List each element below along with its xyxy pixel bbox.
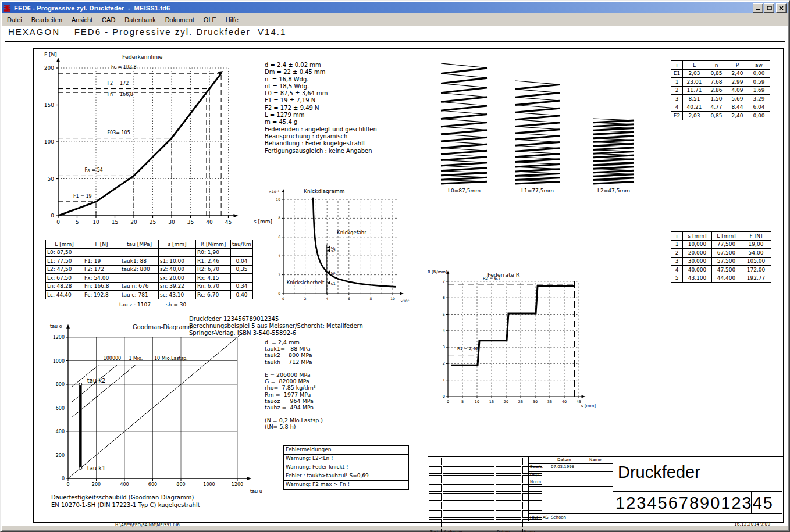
svg-text:400: 400 bbox=[120, 482, 129, 487]
tb-line bbox=[528, 463, 613, 464]
text-line: n = 16,8 Wdg. bbox=[265, 76, 377, 83]
svg-text:1000: 1000 bbox=[203, 482, 215, 487]
table-row: E22,030,852,400,00 bbox=[671, 112, 770, 120]
table-row: 123,017,682,990,59 bbox=[671, 78, 770, 87]
svg-text:L2=47,5mm: L2=47,5mm bbox=[597, 188, 630, 194]
text-line: Rm = 1977 MPa bbox=[265, 391, 323, 398]
svg-text:45: 45 bbox=[225, 219, 232, 225]
svg-text:10 Mio.Lastsp.: 10 Mio.Lastsp. bbox=[154, 356, 188, 361]
svg-text:Federrate R: Federrate R bbox=[487, 272, 520, 278]
svg-text:200: 200 bbox=[92, 482, 101, 487]
text-line: EN 10270-1-SH (DIN 17223-1 Typ C) kugelg… bbox=[51, 502, 200, 509]
svg-text:L1=77,5mm: L1=77,5mm bbox=[521, 188, 554, 194]
app-header: HEXAGON FED6 - Progressive zyl. Druckfed… bbox=[8, 27, 286, 37]
minimize-button[interactable] bbox=[753, 3, 763, 13]
table-header-row: iLnPaw bbox=[671, 61, 770, 70]
menu-item-dokument[interactable]: Dokument bbox=[161, 15, 199, 24]
svg-text:800: 800 bbox=[176, 482, 185, 487]
svg-text:Fn = 166,8: Fn = 166,8 bbox=[108, 92, 133, 97]
svg-text:F1 = 19: F1 = 19 bbox=[73, 194, 92, 199]
menu-item-cad[interactable]: CAD bbox=[97, 15, 120, 24]
tb-line bbox=[613, 491, 782, 492]
svg-text:25: 25 bbox=[518, 399, 523, 404]
text-line: Berechnungsbeispiel 5 aus Meissner/Schor… bbox=[189, 323, 363, 330]
svg-text:100000: 100000 bbox=[104, 356, 122, 361]
svg-text:10: 10 bbox=[276, 197, 280, 201]
table-header-row: is [mm]L [mm]F [N] bbox=[671, 232, 771, 241]
tb-line bbox=[613, 456, 613, 521]
table-row: 220,00067,50054,00 bbox=[671, 249, 771, 258]
part-title: Druckfeder bbox=[618, 463, 700, 482]
menu-item-ansicht[interactable]: Ansicht bbox=[67, 15, 97, 24]
sh-value: sh = 30 bbox=[166, 302, 186, 308]
svg-text:10: 10 bbox=[390, 297, 395, 301]
svg-text:1 Mio.: 1 Mio. bbox=[129, 356, 143, 361]
menu-item-hilfe[interactable]: Hilfe bbox=[221, 15, 243, 24]
text-line: tauoz = 964 MPa bbox=[265, 398, 323, 404]
svg-text:35: 35 bbox=[187, 219, 194, 225]
svg-text:5: 5 bbox=[461, 399, 464, 404]
svg-text:50: 50 bbox=[48, 176, 55, 182]
text-line: tauk1= 88 MPa bbox=[265, 345, 323, 352]
svg-text:600: 600 bbox=[148, 482, 157, 487]
material-block: d = 2,4 mmtauk1= 88 MPatauk2= 800 MPatau… bbox=[265, 339, 323, 430]
text-line: d = 2,4 mm bbox=[265, 339, 323, 345]
svg-text:sx: sx bbox=[331, 270, 336, 275]
svg-text:Federkennlinie: Federkennlinie bbox=[122, 53, 163, 60]
svg-text:0: 0 bbox=[447, 399, 449, 404]
error-row: Fehler : taukh>tauhzul! S=0,69 bbox=[283, 472, 409, 481]
titlebar[interactable]: FED6 - Progressive zyl. Druckfeder - MEI… bbox=[2, 2, 788, 13]
svg-text:3: 3 bbox=[443, 345, 445, 349]
maximize-button[interactable] bbox=[764, 3, 774, 13]
svg-text:200: 200 bbox=[56, 453, 65, 458]
svg-text:s1: s1 bbox=[331, 281, 336, 286]
text-line: Dm = 22 ± 0,45 mm bbox=[265, 69, 377, 76]
svg-text:F03= 105: F03= 105 bbox=[108, 130, 130, 135]
svg-text:8: 8 bbox=[369, 297, 372, 301]
tb-line bbox=[528, 513, 782, 514]
svg-text:0: 0 bbox=[66, 482, 69, 487]
svg-text:tau o: tau o bbox=[50, 324, 62, 329]
menu-item-datei[interactable]: Datei bbox=[2, 15, 27, 24]
error-row: Warnung: F2 max > Fn ! bbox=[283, 480, 409, 490]
text-line: Druckfeder 123456789012345 bbox=[189, 316, 363, 323]
menu-item-ole[interactable]: OLE bbox=[199, 15, 221, 24]
text-line: nt = 18,5 Wdg. bbox=[265, 83, 377, 90]
svg-text:20: 20 bbox=[504, 399, 508, 404]
svg-text:40: 40 bbox=[562, 399, 567, 404]
tb-firma: HILFT AG Schoon bbox=[530, 515, 566, 520]
revision-table: Zust.ÄnderungDatumName bbox=[428, 456, 543, 532]
svg-text:0: 0 bbox=[56, 219, 60, 225]
text-line: tauk2= 800 MPa bbox=[265, 352, 323, 358]
svg-text:400: 400 bbox=[56, 429, 65, 434]
svg-text:1200: 1200 bbox=[232, 482, 243, 487]
svg-text:s [mm]: s [mm] bbox=[581, 404, 596, 408]
table-header-row: L [mm]F [N]tau [MPa]s [mm]R [N/mm]tau/Rm bbox=[46, 240, 253, 249]
table-row: L2: 47,50F2: 172tauk2: 800s2: 40,00R2: 6… bbox=[46, 265, 253, 274]
text-line: rho= 7,85 kg/dm³ bbox=[265, 384, 323, 391]
load-steps-table: is [mm]L [mm]F [N]110,00077,50019,00220,… bbox=[671, 231, 771, 283]
app-icon bbox=[3, 4, 12, 12]
tb-line bbox=[528, 479, 613, 479]
svg-text:4: 4 bbox=[443, 329, 445, 333]
text-line: F1 = 19 ± 7,19 N bbox=[265, 97, 377, 104]
svg-text:1000: 1000 bbox=[53, 359, 65, 364]
text-line: Springer-Verlag, ISBN 3-540-55892-6 bbox=[189, 330, 363, 337]
svg-text:2: 2 bbox=[443, 361, 445, 366]
text-line: (N = 0,2 Mio.Lastsp.) bbox=[265, 417, 323, 423]
text-line: taukh= 712 MPa bbox=[265, 359, 323, 365]
tb-line bbox=[528, 456, 529, 521]
goodman-caption: Dauerfestigkeitsschaubild (Goodman-Diagr… bbox=[51, 494, 200, 509]
application-screenshot: FED6 - Progressive zyl. Druckfeder - MEI… bbox=[0, 0, 790, 532]
svg-text:2: 2 bbox=[304, 297, 307, 301]
svg-text:6: 6 bbox=[443, 295, 445, 300]
svg-text:25: 25 bbox=[150, 219, 156, 225]
close-button[interactable] bbox=[776, 3, 787, 13]
table-row: 440,214,778,446,04 bbox=[671, 103, 770, 112]
svg-text:0: 0 bbox=[443, 394, 445, 399]
svg-text:100: 100 bbox=[44, 139, 54, 145]
tb-norm-label: Norm bbox=[530, 480, 541, 484]
menu-item-bearbeiten[interactable]: Bearbeiten bbox=[27, 15, 67, 24]
svg-text:×10⁰: ×10⁰ bbox=[400, 299, 410, 303]
menu-item-datenbank[interactable]: Datenbank bbox=[120, 15, 160, 24]
